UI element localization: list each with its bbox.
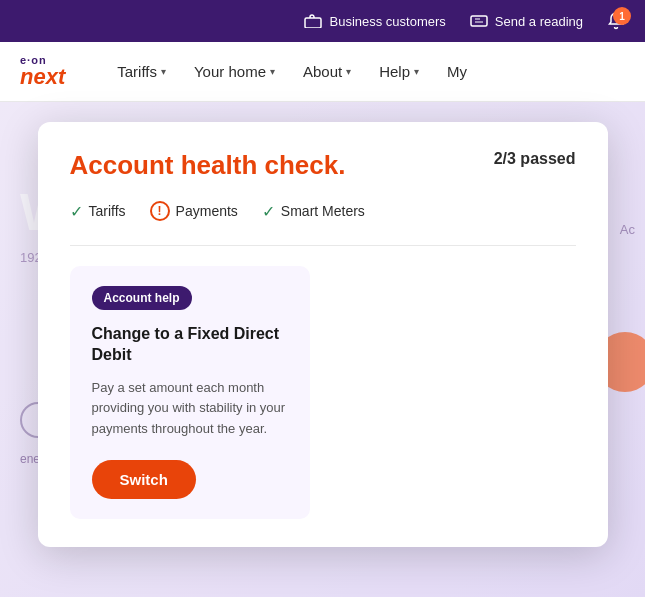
check-pass-icon-tariffs: ✓ [70,202,83,221]
business-customers-link[interactable]: Business customers [304,12,445,30]
check-pass-icon-smart-meters: ✓ [262,202,275,221]
check-tariffs: ✓ Tariffs [70,202,126,221]
nav-your-home[interactable]: Your home ▾ [182,55,287,88]
logo[interactable]: e·on next [20,55,65,88]
check-smart-meters: ✓ Smart Meters [262,202,365,221]
tariffs-label: Tariffs [117,63,157,80]
check-warn-icon-payments: ! [150,201,170,221]
modal-overlay: Account health check. 2/3 passed ✓ Tarif… [0,102,645,597]
send-reading-label: Send a reading [495,14,583,29]
top-bar: Business customers Send a reading 1 [0,0,645,42]
modal-header: Account health check. 2/3 passed [70,150,576,181]
nav-items: Tariffs ▾ Your home ▾ About ▾ Help ▾ My [105,55,625,88]
modal-checks: ✓ Tariffs ! Payments ✓ Smart Meters [70,201,576,221]
nav-my[interactable]: My [435,55,479,88]
send-reading-link[interactable]: Send a reading [470,12,583,30]
switch-button[interactable]: Switch [92,460,196,499]
meter-icon [470,12,488,30]
briefcase-icon [304,12,322,30]
about-label: About [303,63,342,80]
my-label: My [447,63,467,80]
help-label: Help [379,63,410,80]
nav-bar: e·on next Tariffs ▾ Your home ▾ About ▾ … [0,42,645,102]
business-customers-label: Business customers [329,14,445,29]
notification-badge: 1 [613,7,631,25]
your-home-chevron-icon: ▾ [270,66,275,77]
notification-bell[interactable]: 1 [607,12,625,30]
your-home-label: Your home [194,63,266,80]
logo-next: next [20,66,65,88]
card-title: Change to a Fixed Direct Debit [92,324,288,366]
help-chevron-icon: ▾ [414,66,419,77]
health-check-modal: Account health check. 2/3 passed ✓ Tarif… [38,122,608,547]
card-description: Pay a set amount each month providing yo… [92,378,288,440]
modal-passed: 2/3 passed [494,150,576,168]
check-label-tariffs: Tariffs [89,203,126,219]
svg-rect-0 [305,18,321,28]
check-payments: ! Payments [150,201,238,221]
nav-help[interactable]: Help ▾ [367,55,431,88]
recommendation-card: Account help Change to a Fixed Direct De… [70,266,310,519]
check-label-payments: Payments [176,203,238,219]
card-badge: Account help [92,286,192,310]
about-chevron-icon: ▾ [346,66,351,77]
tariffs-chevron-icon: ▾ [161,66,166,77]
svg-rect-1 [471,16,487,26]
nav-tariffs[interactable]: Tariffs ▾ [105,55,178,88]
nav-about[interactable]: About ▾ [291,55,363,88]
check-label-smart-meters: Smart Meters [281,203,365,219]
modal-divider [70,245,576,246]
modal-title: Account health check. [70,150,346,181]
